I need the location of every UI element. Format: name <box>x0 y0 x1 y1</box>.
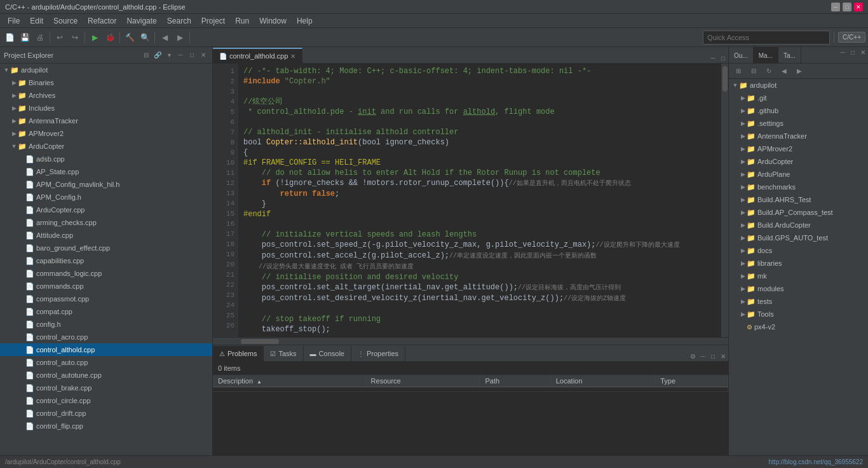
col-location[interactable]: Location <box>550 375 655 387</box>
tree-item-control-brake[interactable]: ▶ 📄 control_brake.cpp <box>0 382 212 394</box>
quick-access-input[interactable] <box>703 31 830 45</box>
tree-item-arducopter-cpp[interactable]: ▶ 📄 ArduCopter.cpp <box>0 203 212 216</box>
tree-item-ardupilot[interactable]: ▼ 📁 ardupilot <box>0 64 212 76</box>
right-tree-settings[interactable]: ▶ 📁 .settings <box>729 117 868 130</box>
right-tree-build-arducopter[interactable]: ▶ 📁 Build.ArduCopter <box>729 219 868 231</box>
right-tree-git[interactable]: ▶ 📁 .git <box>729 92 868 104</box>
right-tree-github[interactable]: ▶ 📁 .github <box>729 104 868 117</box>
right-toolbar-btn-2[interactable]: ⊟ <box>747 64 761 78</box>
tab-tasks[interactable]: ☑ Tasks <box>264 346 303 361</box>
right-tree-apmrover2[interactable]: ▶ 📁 APMrover2 <box>729 142 868 155</box>
tree-item-control-althold[interactable]: ▶ 📄 control_althold.cpp <box>0 343 212 356</box>
save-button[interactable]: 💾 <box>18 31 32 45</box>
editor-maximize-button[interactable]: □ <box>718 53 728 63</box>
tree-item-antennatracker[interactable]: ▶ 📁 AntennaTracker <box>0 114 212 127</box>
tab-properties[interactable]: ⋮ Properties <box>351 346 405 361</box>
right-tree-px4v2[interactable]: ▶ ⚙ px4-v2 <box>729 320 868 333</box>
tree-item-baro-ground-effect[interactable]: ▶ 📄 baro_ground_effect.cpp <box>0 242 212 254</box>
right-toolbar-btn-1[interactable]: ⊞ <box>731 64 745 78</box>
right-toolbar-btn-3[interactable]: ↻ <box>762 64 776 78</box>
bottom-panel-minimize[interactable]: ─ <box>698 351 708 361</box>
editor-scrollbar-h[interactable] <box>213 337 728 345</box>
forward-button[interactable]: ▶ <box>173 31 187 45</box>
right-panel-close[interactable]: ✕ <box>858 47 868 57</box>
right-tree-build-compass[interactable]: ▶ 📁 Build.AP_Compass_test <box>729 206 868 219</box>
tree-item-attitude-cpp[interactable]: ▶ 📄 Attitude.cpp <box>0 229 212 242</box>
tree-item-arming-checks[interactable]: ▶ 📄 arming_checks.cpp <box>0 216 212 229</box>
maximize-panel-button[interactable]: □ <box>187 50 197 60</box>
right-tree-antennatracker[interactable]: ▶ 📁 AntennaTracker <box>729 130 868 142</box>
tab-console[interactable]: ▬ Console <box>304 346 351 361</box>
minimize-panel-button[interactable]: ─ <box>175 50 186 60</box>
menu-search[interactable]: Search <box>162 15 196 27</box>
tree-item-binaries[interactable]: ▶ 📁 Binaries <box>0 76 212 89</box>
tab-close-control-althold[interactable]: ✕ <box>290 53 295 60</box>
editor-tab-control-althold[interactable]: 📄 control_althold.cpp ✕ <box>213 48 302 63</box>
tree-item-control-acro[interactable]: ▶ 📄 control_acro.cpp <box>0 331 212 343</box>
menu-source[interactable]: Source <box>48 15 83 27</box>
bottom-panel-gear[interactable]: ⚙ <box>688 351 698 361</box>
new-button[interactable]: 📄 <box>3 31 17 45</box>
menu-project[interactable]: Project <box>196 15 230 27</box>
tree-item-capabilities-cpp[interactable]: ▶ 📄 capabilities.cpp <box>0 254 212 267</box>
tree-item-control-circle[interactable]: ▶ 📄 control_circle.cpp <box>0 394 212 407</box>
tree-item-commands-cpp[interactable]: ▶ 📄 commands.cpp <box>0 280 212 292</box>
menu-refactor[interactable]: Refactor <box>83 15 121 27</box>
col-description[interactable]: Description ▲ <box>213 375 365 387</box>
tree-item-commands-logic[interactable]: ▶ 📄 commands_logic.cpp <box>0 267 212 280</box>
close-panel-button[interactable]: ✕ <box>198 50 208 60</box>
perspective-cpp-button[interactable]: C/C++ <box>838 32 865 43</box>
close-button[interactable]: ✕ <box>854 3 863 11</box>
right-tab-tasks[interactable]: Ta... <box>778 47 801 64</box>
right-tree-root-ardupilot[interactable]: ▼ 📁 ardupilot <box>729 79 868 92</box>
tree-item-compassmot-cpp[interactable]: ▶ 📄 compassmot.cpp <box>0 292 212 305</box>
build-button[interactable]: 🔨 <box>123 31 137 45</box>
bottom-panel-close[interactable]: ✕ <box>718 351 728 361</box>
debug-button[interactable]: 🐞 <box>103 31 117 45</box>
panel-menu-button[interactable]: ▾ <box>164 50 174 60</box>
right-tree-tools[interactable]: ▶ 📁 Tools <box>729 308 868 320</box>
tree-item-includes[interactable]: ▶ 📁 Includes <box>0 102 212 114</box>
tree-item-archives[interactable]: ▶ 📁 Archives <box>0 89 212 102</box>
col-resource[interactable]: Resource <box>365 375 480 387</box>
run-button[interactable]: ▶ <box>88 31 102 45</box>
tree-item-ap-state-cpp[interactable]: ▶ 📄 AP_State.cpp <box>0 165 212 178</box>
search-toolbar-button[interactable]: 🔍 <box>138 31 152 45</box>
col-path[interactable]: Path <box>480 375 550 387</box>
right-panel-minimize[interactable]: ─ <box>837 47 848 57</box>
editor-scrollbar-v[interactable] <box>721 64 728 337</box>
right-tree-mk[interactable]: ▶ 📁 mk <box>729 270 868 282</box>
menu-run[interactable]: Run <box>230 15 254 27</box>
redo-button[interactable]: ↪ <box>68 31 82 45</box>
tree-item-adsb-cpp[interactable]: ▶ 📄 adsb.cpp <box>0 153 212 165</box>
back-button[interactable]: ◀ <box>158 31 172 45</box>
right-panel-maximize[interactable]: □ <box>848 47 858 57</box>
menu-edit[interactable]: Edit <box>25 15 48 27</box>
menu-window[interactable]: Window <box>254 15 292 27</box>
right-tab-outline[interactable]: Ou... <box>729 47 754 64</box>
maximize-button[interactable]: □ <box>843 3 851 11</box>
right-tree-libraries[interactable]: ▶ 📁 libraries <box>729 257 868 270</box>
right-tree-benchmarks[interactable]: ▶ 📁 benchmarks <box>729 181 868 193</box>
editor-minimize-button[interactable]: ─ <box>708 53 718 63</box>
minimize-button[interactable]: ─ <box>831 3 840 11</box>
tree-item-arducopter[interactable]: ▼ 📁 ArduCopter <box>0 140 212 153</box>
col-type[interactable]: Type <box>655 375 728 387</box>
menu-file[interactable]: File <box>3 15 25 27</box>
tab-problems[interactable]: ⚠ Problems <box>213 346 264 361</box>
tree-item-apm-config-mavlink[interactable]: ▶ 📄 APM_Config_mavlink_hil.h <box>0 178 212 191</box>
undo-button[interactable]: ↩ <box>53 31 67 45</box>
code-editor[interactable]: // -*- tab-width: 4; Mode: C++; c-basic-… <box>238 64 721 337</box>
right-toolbar-btn-5[interactable]: ▶ <box>792 64 806 78</box>
tree-item-control-drift[interactable]: ▶ 📄 control_drift.cpp <box>0 407 212 420</box>
right-tree-build-ahrs[interactable]: ▶ 📁 Build.AHRS_Test <box>729 193 868 206</box>
right-tree-build-gps[interactable]: ▶ 📁 Build.GPS_AUTO_test <box>729 231 868 244</box>
tree-item-control-autotune[interactable]: ▶ 📄 control_autotune.cpp <box>0 369 212 382</box>
menu-navigate[interactable]: Navigate <box>121 15 161 27</box>
bottom-panel-maximize[interactable]: □ <box>708 351 718 361</box>
right-tree-docs[interactable]: ▶ 📁 docs <box>729 244 868 257</box>
tree-item-config-h[interactable]: ▶ 📄 config.h <box>0 318 212 331</box>
tree-item-compat-cpp[interactable]: ▶ 📄 compat.cpp <box>0 305 212 318</box>
print-button[interactable]: 🖨 <box>33 31 47 45</box>
right-tree-arducopter[interactable]: ▶ 📁 ArduCopter <box>729 155 868 168</box>
